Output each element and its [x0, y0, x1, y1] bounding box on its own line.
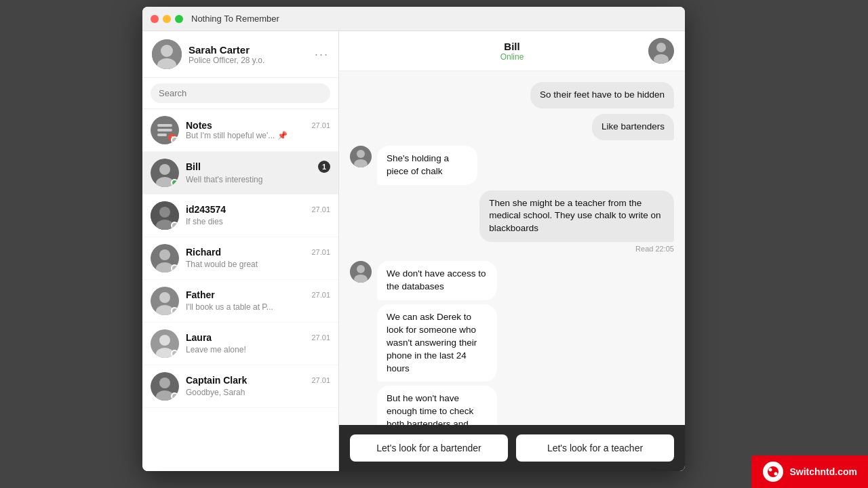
message-1: So their feet have to be hidden [530, 82, 674, 108]
contact-body-id243574: id243574 27.01 If she dies [186, 204, 330, 227]
svg-point-1 [161, 45, 173, 57]
contact-avatar-captain-clark [151, 372, 179, 401]
contact-date-captain-clark: 27.01 [311, 376, 330, 384]
contact-avatar-father [151, 287, 179, 315]
status-dot-notes [171, 136, 178, 144]
contact-name-id243574: id243574 [186, 204, 226, 215]
contact-date-father: 27.01 [311, 291, 330, 299]
svg-point-31 [357, 150, 365, 158]
close-button[interactable] [151, 15, 159, 23]
message-6: We can ask Derek to look for someone who… [377, 304, 497, 382]
svg-point-19 [159, 292, 170, 303]
contact-body-bill: Bill 1 Well that's interesting [186, 161, 330, 185]
minimize-button[interactable] [163, 15, 171, 23]
contact-item-captain-clark[interactable]: Captain Clark 27.01 Goodbye, Sarah [142, 365, 338, 408]
contact-avatar-notes: ! [151, 116, 179, 144]
contact-item-father[interactable]: Father 27.01 I'll book us a table at P..… [142, 280, 338, 323]
contact-list: ! Notes 27.01 But I'm still hopeful we'.… [142, 109, 338, 471]
choice-teacher-button[interactable]: Let's look for a teacher [516, 434, 674, 462]
chat-contact-name: Bill [376, 41, 648, 52]
svg-rect-4 [157, 124, 172, 127]
maximize-button[interactable] [175, 15, 183, 23]
svg-point-34 [357, 265, 365, 273]
window-controls [151, 15, 183, 23]
svg-point-38 [774, 472, 778, 476]
messages-area: So their feet have to be hidden Like bar… [339, 71, 685, 425]
svg-point-28 [656, 43, 666, 52]
contact-preview-notes: But I'm still hopeful we'... [186, 131, 275, 140]
contact-preview-laura: Leave me alone! [186, 345, 246, 354]
unread-badge-bill: 1 [318, 161, 330, 173]
message-group-5: We don't have access to the databases We… [350, 261, 577, 425]
message-3: She's holding a piece of chalk [377, 146, 477, 185]
message-4: Then she might be a teacher from the med… [479, 190, 674, 243]
contact-item-id243574[interactable]: id243574 27.01 If she dies [142, 195, 338, 237]
contact-item-bill[interactable]: Bill 1 Well that's interesting [142, 152, 338, 195]
message-2: Like bartenders [592, 114, 674, 140]
status-dot-id243574 [171, 222, 178, 229]
svg-point-25 [159, 378, 170, 388]
app-window: Nothing To Remember Sarah Carter Police … [142, 7, 685, 471]
chat-header: Bill Online [339, 31, 685, 71]
choice-bartender-button[interactable]: Let's look for a bartender [350, 434, 508, 462]
title-bar: Nothing To Remember [142, 7, 685, 31]
contact-avatar-laura [151, 329, 179, 358]
svg-point-37 [769, 468, 772, 472]
contact-preview-id243574: If she dies [186, 217, 223, 226]
contact-avatar-id243574 [151, 201, 179, 230]
bill-avatar-msg3 [350, 146, 372, 167]
svg-point-16 [159, 249, 170, 260]
profile-info: Sarah Carter Police Officer, 28 y.o. [189, 44, 308, 65]
svg-point-13 [159, 207, 170, 218]
choice-area: Let's look for a bartender Let's look fo… [339, 425, 685, 471]
nintendo-logo-icon [762, 461, 784, 483]
online-dot-bill [171, 179, 178, 186]
chat-header-avatar [648, 38, 674, 64]
message-7: But he won't have enough time to check b… [377, 386, 497, 425]
contact-avatar-bill [151, 159, 179, 187]
contact-body-father: Father 27.01 I'll book us a table at P..… [186, 289, 330, 312]
contact-name-notes: Notes [186, 120, 212, 131]
contact-date-laura: 27.01 [311, 333, 330, 342]
contact-body-captain-clark: Captain Clark 27.01 Goodbye, Sarah [186, 375, 330, 398]
nintendo-badge: Switchntd.com [751, 455, 868, 488]
pin-icon-notes: 📌 [277, 131, 288, 140]
profile-subtitle: Police Officer, 28 y.o. [189, 56, 308, 65]
status-dot-richard [171, 264, 178, 272]
contact-preview-bill: Well that's interesting [186, 175, 262, 184]
contact-date-id243574: 27.01 [311, 205, 330, 214]
more-options-button[interactable]: ··· [315, 47, 329, 62]
contact-item-richard[interactable]: Richard 27.01 That would be great [142, 237, 338, 280]
contact-item-laura[interactable]: Laura 27.01 Leave me alone! [142, 323, 338, 365]
status-dot-father [171, 307, 178, 314]
contact-item-notes[interactable]: ! Notes 27.01 But I'm still hopeful we'.… [142, 109, 338, 152]
chat-area: Bill Online So their feet have to be hid… [339, 31, 685, 471]
sidebar: Sarah Carter Police Officer, 28 y.o. ··· [142, 31, 339, 471]
svg-point-10 [159, 164, 170, 175]
contact-preview-father: I'll book us a table at P... [186, 302, 273, 312]
contact-body-richard: Richard 27.01 That would be great [186, 247, 330, 270]
bill-avatar-msg5 [350, 261, 372, 283]
profile-name: Sarah Carter [189, 44, 308, 56]
contact-name-laura: Laura [186, 332, 212, 343]
contact-name-richard: Richard [186, 247, 221, 258]
contact-avatar-richard [151, 244, 179, 272]
contact-body-notes: Notes 27.01 But I'm still hopeful we'...… [186, 120, 330, 140]
search-container [142, 78, 338, 109]
contact-date-richard: 27.01 [311, 248, 330, 256]
status-dot-laura [171, 350, 178, 357]
contact-body-laura: Laura 27.01 Leave me alone! [186, 332, 330, 355]
contact-name-captain-clark: Captain Clark [186, 375, 247, 386]
profile-avatar [152, 39, 182, 69]
message-5: We don't have access to the databases [377, 261, 497, 300]
contact-preview-richard: That would be great [186, 260, 258, 269]
app-title: Nothing To Remember [191, 14, 279, 24]
search-input[interactable] [151, 83, 330, 103]
contact-name-bill: Bill [186, 161, 201, 172]
svg-point-22 [159, 335, 170, 346]
read-status: Read 22:05 [350, 245, 674, 253]
contact-date-notes: 27.01 [311, 121, 330, 129]
status-dot-captain-clark [171, 392, 178, 400]
svg-rect-6 [157, 134, 167, 136]
contact-name-father: Father [186, 289, 215, 300]
